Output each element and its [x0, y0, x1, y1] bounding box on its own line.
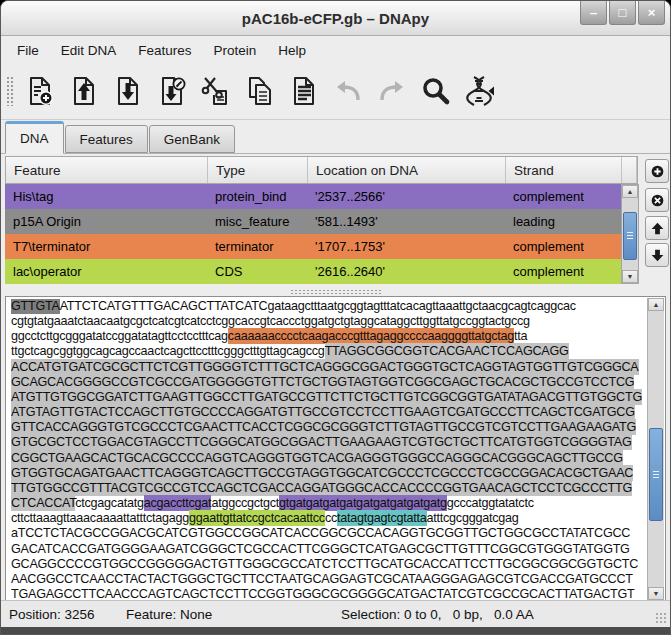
resize-grip[interactable] [655, 612, 668, 625]
paste-icon [288, 75, 320, 107]
scrollbar-grip-icon [627, 232, 633, 240]
sequence-highlight-purple: acgaccttcgat [144, 495, 212, 511]
copy-button[interactable] [238, 68, 282, 114]
sequence-segment: GACATCACCGATGGGGAAGATCGGGCTCGCCACTTCGGGC… [11, 541, 630, 557]
column-header-location-on-dna[interactable]: Location on DNA [308, 157, 506, 183]
paste-button[interactable] [282, 68, 326, 114]
sequence-line: CTCACCATctcgagcatatgacgaccttcgatatggccgc… [11, 496, 644, 511]
add-feature-button[interactable] [645, 159, 669, 183]
arrow-up-icon [649, 220, 666, 237]
feature-table: His\tagprotein_bind'2537..2566'complemen… [5, 184, 621, 284]
toolbar-grip-handle[interactable] [6, 76, 14, 106]
save-file-button[interactable] [106, 68, 150, 114]
sequence-scrollbar-thumb[interactable] [649, 428, 663, 522]
sequence-highlight-feature_gray: ATGTTGTGGCGGATCTTGAAGTTGGCCTTGATGCCGTTCT… [11, 389, 642, 405]
search-icon [420, 75, 452, 107]
move-feature-down-button[interactable] [645, 243, 669, 267]
column-header-strand[interactable]: Strand [506, 157, 622, 183]
cut-button[interactable] [194, 68, 238, 114]
feature-row[interactable]: p15A Originmisc_feature'581..1493'leadin… [5, 209, 621, 234]
column-header-feature[interactable]: Feature [6, 157, 208, 183]
sequence-line: ggcctcttgcgggatatccggatatagttcctcctttcag… [11, 329, 644, 344]
menu-features[interactable]: Features [127, 39, 202, 62]
tab-features[interactable]: Features [65, 125, 148, 153]
feature-name: T7\terminator [5, 234, 207, 259]
feature-type: terminator [207, 234, 307, 259]
column-header-stub [622, 157, 637, 183]
sequence-line: GTGGTGCAGATGAACTTCAGGGTCAGCTTGCCGTAGGTGG… [11, 466, 644, 481]
undo-icon [332, 75, 364, 107]
menu-file[interactable]: File [6, 39, 50, 62]
menu-edit-dna[interactable]: Edit DNA [50, 39, 128, 62]
sequence-scrollbar[interactable]: ▲ ▼ [647, 298, 664, 600]
feature-location: '1707..1753' [307, 234, 505, 259]
menu-help[interactable]: Help [267, 39, 317, 62]
sequence-segment: aTCCTCTACGCCGGACGCATCGTGGCCGGCATCACCGGCG… [11, 525, 630, 541]
undo-button[interactable] [326, 68, 370, 114]
panel-splitter[interactable] [1, 287, 670, 296]
feature-name: His\tag [5, 184, 207, 209]
sequence-line: GTTCACCAGGGTGTCGCCCTCGAACTTCACCTCGGCGCGG… [11, 420, 644, 435]
dna-sequence-editor[interactable]: GTTGTAATTCTCATGTTTGACAGCTTATCATCgataagct… [11, 299, 644, 600]
sequence-highlight-feature_gray: ACCATGTGATCGCGCTTCTCGTTGGGGTCTTTGCTCAGGG… [11, 359, 639, 375]
menu-bar: FileEdit DNAFeaturesProteinHelp [1, 37, 670, 63]
sequence-highlight-feature_gray: CGGCTGAAGCACTGCACGCCCCAGGTCAGGGTGGTCACGA… [11, 450, 623, 466]
scroll-down-icon[interactable]: ▼ [648, 587, 664, 600]
status-feature: Feature: None [126, 601, 212, 628]
scroll-down-icon[interactable]: ▼ [622, 270, 638, 283]
menu-protein[interactable]: Protein [203, 39, 268, 62]
save-as-button[interactable] [150, 68, 194, 114]
sequence-line: AACGGCCTCAACCTACTACTGGGCTGCTTCCTAATGCAGG… [11, 572, 644, 587]
sequence-highlight-feature_gray: TTGTGGCCGTTTACGTCGCCGTCCAGCTCGACCAGGATGG… [11, 480, 632, 496]
feature-strand: complement [505, 234, 621, 259]
copy-icon [244, 75, 276, 107]
scroll-up-icon[interactable]: ▲ [648, 298, 664, 311]
title-bar[interactable]: pAC16b-eCFP.gb – DNApy –□× [1, 1, 670, 36]
open-file-icon [68, 75, 100, 107]
dna-select-button[interactable] [458, 68, 502, 114]
sequence-highlight-green: ggaattgttatccgctcacaattcc [189, 510, 325, 526]
sequence-segment: GCAGGCCCCGTGGCCGGGGGACTGTTGGGCGCCATCTCCT… [11, 556, 638, 572]
sequence-panel: GTTGTAATTCTCATGTTTGACAGCTTATCATCgataagct… [5, 296, 666, 602]
feature-row[interactable]: His\tagprotein_bind'2537..2566'complemen… [5, 184, 621, 209]
move-feature-up-button[interactable] [645, 216, 669, 240]
close-button[interactable]: × [638, 1, 665, 25]
feature-table-scrollbar[interactable]: ▲ ▼ [621, 184, 639, 284]
sequence-line: ttgctcagcggtggcagcagccaactcagcttcctttcgg… [11, 344, 644, 359]
sequence-highlight-feature_gray: TTAGGCGGCGGTCACGAACTCCAGCAGG [325, 343, 569, 359]
sequence-line: TGAGAGCCTTCAACCCAGTCAGCTCCTTCCGGTGGGCGCG… [11, 587, 644, 600]
minimize-button[interactable]: – [580, 1, 607, 25]
new-file-icon [24, 75, 56, 107]
new-file-button[interactable] [18, 68, 62, 114]
sequence-line: ATGTAGTTGTACTCCAGCTTGTGCCCCAGGATGTTGCCGT… [11, 405, 644, 420]
redo-button[interactable] [370, 68, 414, 114]
tab-genbank[interactable]: GenBank [149, 125, 235, 153]
feature-name: p15A Origin [5, 209, 207, 234]
feature-location: '581..1493' [307, 209, 505, 234]
save-as-icon [156, 75, 188, 107]
maximize-button[interactable]: □ [609, 1, 636, 25]
tab-dna[interactable]: DNA [5, 121, 64, 154]
sequence-line: ACCATGTGATCGCGCTTCTCGTTGGGGTCTTTGCTCAGGG… [11, 360, 644, 375]
open-file-button[interactable] [62, 68, 106, 114]
scroll-up-icon[interactable]: ▲ [622, 185, 638, 198]
sequence-highlight-feature_gray: ATGTAGTTGTACTCCAGCTTGTGCCCCAGGATGTTGCCGT… [11, 404, 635, 420]
save-file-icon [112, 75, 144, 107]
remove-feature-button[interactable] [645, 188, 669, 212]
window-controls: –□× [580, 1, 665, 25]
feature-location: '2616..2640' [307, 259, 505, 284]
column-header-type[interactable]: Type [208, 157, 308, 183]
feature-type: protein_bind [207, 184, 307, 209]
feature-scrollbar-thumb[interactable] [623, 212, 637, 260]
status-selection: Selection: 0 to 0, 0 bp, 0.0 AA [341, 601, 534, 628]
sequence-line: aTCCTCTACGCCGGACGCATCGTGGCCGGCATCACCGGCG… [11, 526, 644, 541]
sequence-line: TTGTGGCCGTTTACGTCGCCGTCCAGCTCGACCAGGATGG… [11, 481, 644, 496]
feature-strand: complement [505, 184, 621, 209]
feature-row[interactable]: T7\terminatorterminator'1707..1753'compl… [5, 234, 621, 259]
search-button[interactable] [414, 68, 458, 114]
sequence-segment: atttcgcgggatcgag [427, 510, 519, 526]
window-bottom-edge [1, 627, 670, 634]
sequence-line: GCAGGCCCCGTGGCCGGGGGACTGTTGGGCGCCATCTCCT… [11, 557, 644, 572]
feature-row[interactable]: lac\operatorCDS'2616..2640'complement [5, 259, 621, 284]
sequence-segment: AACGGCCTCAACCTACTACTGGGCTGCTTCCTAATGCAGG… [11, 571, 633, 587]
